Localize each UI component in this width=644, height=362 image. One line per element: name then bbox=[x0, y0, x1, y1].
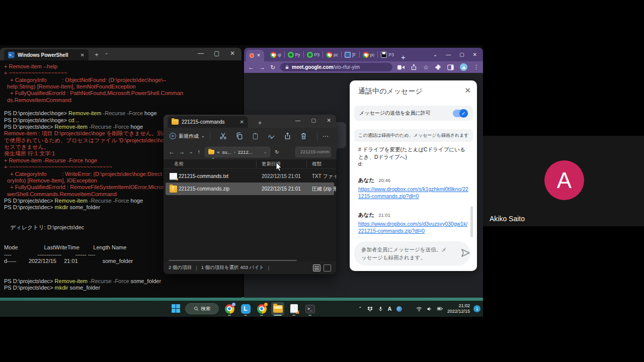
chat-message-list: # ドライブを変更(たとえばCドライブにいるとき、Dドライブへ) d:あなた20… bbox=[358, 146, 470, 256]
column-name[interactable]: 名前 bbox=[174, 161, 184, 167]
paste-button[interactable] bbox=[248, 132, 264, 140]
tab-dropdown-icon[interactable]: ⌄ bbox=[105, 50, 109, 55]
taskbar-chrome[interactable] bbox=[223, 302, 236, 315]
see-more-button[interactable]: ⋯ bbox=[323, 133, 329, 140]
py-favicon bbox=[307, 52, 313, 58]
maximize-button[interactable]: ▢ bbox=[459, 52, 464, 57]
taskbar-line-app[interactable]: L bbox=[239, 302, 252, 315]
new-item-button[interactable]: + 新規作成 ⌄ bbox=[170, 133, 205, 140]
new-tab-button[interactable]: + bbox=[401, 53, 406, 61]
breadcrumb-current[interactable]: 2212... bbox=[238, 149, 253, 155]
close-tab-icon[interactable]: ✕ bbox=[257, 53, 261, 58]
taskbar-chrome-2[interactable] bbox=[255, 302, 268, 315]
horizontal-scrollbar[interactable] bbox=[169, 260, 297, 261]
side-panel-icon[interactable] bbox=[447, 64, 454, 70]
explorer-search-box[interactable]: 221215-comm bbox=[295, 147, 331, 157]
close-window-button[interactable]: ✕ bbox=[473, 52, 477, 57]
reload-button[interactable]: ↻ bbox=[270, 64, 275, 70]
battery-icon[interactable] bbox=[436, 306, 444, 312]
chrome-menu-icon[interactable]: ⋮ bbox=[473, 64, 479, 70]
tab-Py[interactable]: Py bbox=[285, 48, 303, 61]
tab-P3[interactable]: P3 bbox=[378, 48, 396, 61]
bookmark-star-icon[interactable]: ☆ bbox=[423, 64, 429, 71]
explorer-maximize[interactable]: ▢ bbox=[311, 117, 316, 123]
details-view-button[interactable] bbox=[313, 264, 320, 272]
extensions-icon[interactable] bbox=[435, 64, 441, 70]
minimize-button[interactable]: — bbox=[446, 52, 451, 57]
allow-messages-toggle[interactable]: ✓ bbox=[453, 110, 468, 117]
profile-avatar[interactable] bbox=[460, 63, 467, 71]
microphone-tray-icon[interactable] bbox=[378, 306, 383, 312]
file-row-221215-commands.txt[interactable]: 221215-commands.txt2022/12/15 21:01TXT フ… bbox=[166, 170, 334, 183]
rename-button[interactable]: A bbox=[264, 132, 280, 140]
taskbar-clock[interactable]: 21:02 2022/12/15 bbox=[447, 303, 470, 314]
tray-overflow-chevron[interactable]: ⌃ bbox=[358, 306, 362, 311]
start-button[interactable] bbox=[172, 304, 180, 313]
chat-input[interactable]: 参加者全員にメッセージを送信。メッセージも録画されます。 bbox=[354, 241, 470, 265]
taskbar-terminal[interactable]: >_ bbox=[303, 302, 316, 315]
terminal-line: help:String) [Remove-Item], ItemNotFound… bbox=[4, 83, 242, 90]
taskbar-notepad[interactable] bbox=[287, 302, 300, 315]
terminal-close[interactable]: ✕ bbox=[230, 50, 235, 57]
copy-button[interactable] bbox=[231, 132, 248, 140]
tab-pc[interactable]: pc bbox=[360, 48, 378, 61]
taskbar-explorer[interactable] bbox=[271, 302, 284, 315]
address-dropdown-icon[interactable]: ⌄ bbox=[264, 150, 267, 154]
notification-badge[interactable]: 1 bbox=[473, 305, 480, 312]
recent-locations-icon[interactable]: ⌄ bbox=[189, 149, 193, 154]
chat-scrollbar[interactable] bbox=[470, 206, 473, 237]
large-icons-view-button[interactable] bbox=[324, 264, 331, 272]
media-camera-icon[interactable] bbox=[397, 64, 405, 70]
explorer-close[interactable]: ✕ bbox=[327, 117, 331, 123]
explorer-tab[interactable]: 221215-commands ✕ bbox=[168, 116, 248, 128]
dropbox-icon[interactable] bbox=[367, 306, 373, 312]
terminal-maximize[interactable]: ▢ bbox=[214, 50, 219, 57]
wifi-icon[interactable] bbox=[416, 306, 423, 312]
volume-icon[interactable] bbox=[426, 306, 433, 312]
app-notification-badge bbox=[264, 303, 268, 306]
breadcrumb-overflow[interactable]: « bbox=[217, 149, 219, 155]
tab-label: pc bbox=[370, 52, 375, 57]
nav-up-icon[interactable]: ↑ bbox=[198, 149, 201, 155]
send-message-icon[interactable] bbox=[461, 248, 471, 257]
tab-P3[interactable]: P3 bbox=[304, 48, 323, 61]
app-globe-icon[interactable] bbox=[396, 306, 402, 312]
new-tab-icon[interactable]: ＋ bbox=[94, 50, 100, 59]
close-explorer-tab-icon[interactable]: ✕ bbox=[240, 119, 244, 125]
terminal-line bbox=[4, 104, 242, 110]
explorer-minimize[interactable]: — bbox=[295, 117, 301, 123]
terminal-minimize[interactable]: — bbox=[198, 50, 204, 57]
nav-forward-icon[interactable]: → bbox=[179, 149, 185, 155]
ime-indicator[interactable]: A bbox=[388, 306, 392, 312]
participant-tile[interactable]: A Akiko Saito bbox=[483, 136, 644, 226]
explorer-new-tab-icon[interactable]: ＋ bbox=[257, 118, 263, 127]
share-icon[interactable] bbox=[411, 64, 417, 70]
tab-meet-active[interactable]: ✕ bbox=[246, 50, 264, 61]
address-bar[interactable]: meet.google.com/vio-rfur-yim bbox=[280, 63, 392, 71]
close-chat-icon[interactable]: ✕ bbox=[464, 86, 471, 95]
forward-button[interactable]: → bbox=[259, 64, 265, 70]
file-list: 221215-commands.txt2022/12/15 21:01TXT フ… bbox=[164, 170, 336, 195]
back-button[interactable]: ← bbox=[248, 64, 254, 70]
delete-button[interactable] bbox=[296, 132, 312, 140]
chat-message-link[interactable]: https://www.dropbox.com/s/d3vuzsyy030gw1… bbox=[358, 220, 470, 234]
cut-button[interactable] bbox=[215, 132, 231, 140]
terminal-tab[interactable]: >_ Windows PowerShell ✕ bbox=[4, 49, 89, 60]
column-divider[interactable] bbox=[306, 160, 307, 167]
tab-pc[interactable]: pc bbox=[323, 48, 341, 61]
tab-[F[interactable]: [F bbox=[342, 48, 359, 61]
chat-message-link[interactable]: https://www.dropbox.com/s/k1gzhkml0t9kno… bbox=[358, 186, 470, 200]
share-button[interactable] bbox=[280, 132, 296, 140]
taskbar-search[interactable]: 検索 bbox=[185, 303, 219, 314]
file-row-221215-commands.zip[interactable]: 221215-commands.zip2022/12/15 21:01圧縮 (z… bbox=[166, 183, 334, 195]
tab-qi[interactable]: qi bbox=[267, 48, 284, 61]
refresh-icon[interactable]: ↻ bbox=[275, 149, 279, 155]
column-type[interactable]: 種類 bbox=[312, 161, 321, 167]
tab-search-chevron[interactable]: ⌄ bbox=[433, 52, 437, 57]
breadcrumb-parent[interactable]: su... bbox=[222, 149, 231, 155]
column-divider[interactable] bbox=[256, 160, 257, 167]
breadcrumb[interactable]: « su... › 2212... ⌄ bbox=[205, 147, 270, 157]
nav-back-icon[interactable]: ← bbox=[169, 149, 175, 155]
tab-label: [F bbox=[352, 52, 356, 57]
close-terminal-tab-icon[interactable]: ✕ bbox=[80, 52, 85, 58]
